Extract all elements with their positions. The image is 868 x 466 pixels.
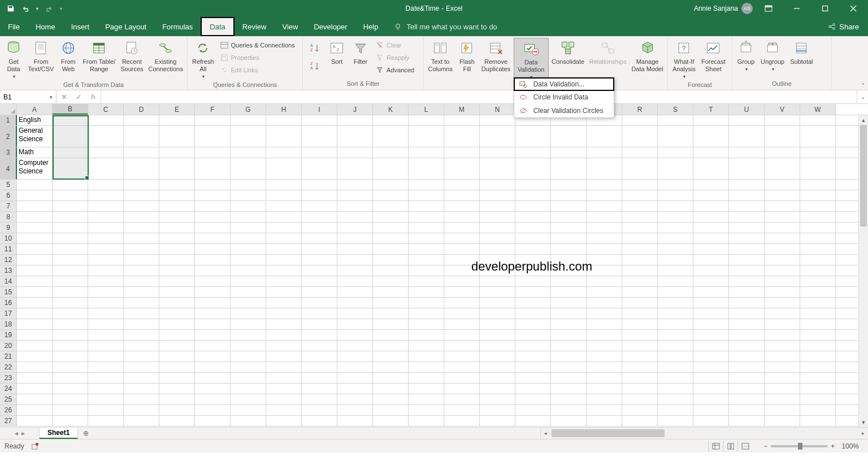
row-header-3[interactable]: 3	[0, 147, 17, 158]
cell-V6[interactable]	[765, 190, 800, 201]
cell-K13[interactable]	[373, 265, 409, 276]
cell-Q6[interactable]	[587, 190, 622, 201]
cell-K23[interactable]	[373, 373, 409, 383]
cell-F5[interactable]	[195, 180, 231, 190]
cell-D7[interactable]	[124, 201, 159, 211]
cell-O25[interactable]	[515, 394, 551, 404]
cell-H1[interactable]	[266, 115, 302, 125]
cell-H25[interactable]	[266, 394, 302, 404]
cell-R1[interactable]	[622, 115, 658, 125]
hscroll-right[interactable]: ▸	[858, 428, 868, 439]
cell-H9[interactable]	[266, 223, 302, 233]
cell-S18[interactable]	[658, 319, 693, 329]
cell-B18[interactable]	[53, 319, 88, 329]
cell-P17[interactable]	[551, 308, 587, 319]
cell-H11[interactable]	[266, 244, 302, 254]
cell-E23[interactable]	[159, 373, 195, 383]
cell-G25[interactable]	[231, 394, 266, 404]
cell-I2[interactable]	[302, 126, 337, 147]
cell-B21[interactable]	[53, 351, 88, 362]
row-header-23[interactable]: 23	[0, 373, 17, 383]
cell-Q27[interactable]	[587, 416, 622, 426]
cell-M24[interactable]	[444, 384, 480, 394]
cell-K20[interactable]	[373, 341, 409, 351]
sheet-nav[interactable]: ◂▸	[0, 428, 40, 439]
data-validation-button[interactable]: Data Validation▾	[514, 38, 549, 82]
tab-help[interactable]: Help	[355, 17, 387, 36]
cell-O13[interactable]	[515, 265, 551, 276]
cell-U12[interactable]	[729, 255, 765, 265]
cell-J11[interactable]	[337, 244, 373, 254]
cell-S8[interactable]	[658, 212, 693, 222]
cell-H24[interactable]	[266, 384, 302, 394]
cell-R8[interactable]	[622, 212, 658, 222]
cell-S26[interactable]	[658, 405, 693, 415]
cell-H27[interactable]	[266, 416, 302, 426]
cell-D6[interactable]	[124, 190, 159, 201]
cell-R15[interactable]	[622, 287, 658, 297]
cell-U15[interactable]	[729, 287, 765, 297]
cell-G14[interactable]	[231, 276, 266, 286]
cell-D1[interactable]	[124, 115, 159, 125]
column-header-L[interactable]: L	[409, 104, 444, 115]
cell-G23[interactable]	[231, 373, 266, 383]
column-header-N[interactable]: N	[480, 104, 515, 115]
cell-Q5[interactable]	[587, 180, 622, 190]
row-header-27[interactable]: 27	[0, 416, 17, 426]
row-header-18[interactable]: 18	[0, 319, 17, 329]
cell-G6[interactable]	[231, 190, 266, 201]
cell-O2[interactable]	[515, 126, 551, 147]
cell-L26[interactable]	[409, 405, 444, 415]
cell-A22[interactable]	[17, 362, 53, 372]
view-page-layout[interactable]	[723, 441, 737, 452]
cell-F16[interactable]	[195, 298, 231, 308]
cell-Q26[interactable]	[587, 405, 622, 415]
cell-C16[interactable]	[88, 298, 124, 308]
cell-H21[interactable]	[266, 351, 302, 362]
cell-F22[interactable]	[195, 362, 231, 372]
cell-P25[interactable]	[551, 394, 587, 404]
cell-F9[interactable]	[195, 223, 231, 233]
cell-M10[interactable]	[444, 233, 480, 243]
cell-W21[interactable]	[800, 351, 836, 362]
cell-C27[interactable]	[88, 416, 124, 426]
cell-J18[interactable]	[337, 319, 373, 329]
from-table-range-button[interactable]: From Table/ Range	[81, 38, 118, 74]
refresh-all-button[interactable]: Refresh All▾	[190, 38, 216, 81]
hscroll-left[interactable]: ◂	[541, 428, 550, 439]
cell-N24[interactable]	[480, 384, 515, 394]
cell-J1[interactable]	[337, 115, 373, 125]
cell-I12[interactable]	[302, 255, 337, 265]
cell-E14[interactable]	[159, 276, 195, 286]
cell-S2[interactable]	[658, 126, 693, 147]
cell-W17[interactable]	[800, 308, 836, 319]
filter-button[interactable]: Filter	[349, 38, 372, 67]
enter-formula[interactable]: ✓	[71, 93, 86, 101]
cell-K18[interactable]	[373, 319, 409, 329]
cell-R20[interactable]	[622, 341, 658, 351]
cell-I10[interactable]	[302, 233, 337, 243]
cell-F3[interactable]	[195, 147, 231, 158]
cell-J21[interactable]	[337, 351, 373, 362]
cell-V25[interactable]	[765, 394, 800, 404]
cell-H22[interactable]	[266, 362, 302, 372]
cell-K7[interactable]	[373, 201, 409, 211]
row-header-4[interactable]: 4	[0, 158, 17, 179]
cell-A3[interactable]: Math	[17, 147, 53, 158]
tab-view[interactable]: View	[274, 17, 306, 36]
cell-T26[interactable]	[693, 405, 729, 415]
cell-E5[interactable]	[159, 180, 195, 190]
cell-U17[interactable]	[729, 308, 765, 319]
cell-R25[interactable]	[622, 394, 658, 404]
cell-I27[interactable]	[302, 416, 337, 426]
manage-data-model-button[interactable]: Manage Data Model	[630, 38, 665, 74]
cell-J8[interactable]	[337, 212, 373, 222]
cell-J27[interactable]	[337, 416, 373, 426]
cell-P12[interactable]	[551, 255, 587, 265]
cell-H13[interactable]	[266, 265, 302, 276]
cell-T8[interactable]	[693, 212, 729, 222]
cell-C15[interactable]	[88, 287, 124, 297]
group-button[interactable]: Group▾	[735, 38, 757, 74]
cell-H20[interactable]	[266, 341, 302, 351]
cell-H15[interactable]	[266, 287, 302, 297]
